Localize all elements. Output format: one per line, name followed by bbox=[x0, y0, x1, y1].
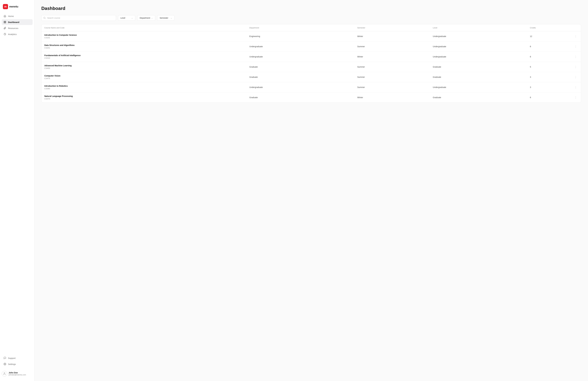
col-header-credits: Credits bbox=[527, 24, 565, 31]
course-code-3: CS450 bbox=[44, 67, 244, 69]
course-name-3: Advanced Machine Learning bbox=[44, 64, 244, 67]
course-code-1: CS201 bbox=[44, 47, 244, 49]
course-name-2: Fundamentals of Artificial Intelligence bbox=[44, 54, 244, 57]
cell-credits-2: 6 bbox=[527, 52, 565, 62]
cell-department-4: Graduate bbox=[247, 72, 355, 82]
col-header-actions bbox=[565, 24, 581, 31]
cell-level-0: Undergraduate bbox=[430, 31, 527, 41]
course-code-2: CS310 bbox=[44, 57, 244, 59]
cell-actions-4: ⋮ bbox=[565, 72, 581, 82]
department-dropdown[interactable]: Department ⌄ bbox=[137, 15, 155, 21]
cell-level-3: Graduate bbox=[430, 62, 527, 72]
user-area: John Doe johndoe@menntu.com bbox=[0, 369, 34, 378]
level-dropdown-label: Level bbox=[121, 17, 125, 19]
cell-credits-4: 3 bbox=[527, 72, 565, 82]
cell-actions-3: ⋮ bbox=[565, 62, 581, 72]
course-name-4: Computer Vision bbox=[44, 75, 244, 77]
table-row: Natural Language Processing CS470 Gradua… bbox=[42, 92, 581, 103]
logo-area: m menntu bbox=[0, 3, 34, 13]
analytics-icon bbox=[3, 33, 6, 36]
courses-table: Course Name and Code Department Semester… bbox=[42, 24, 581, 102]
sidebar-item-settings-label: Settings bbox=[8, 363, 16, 365]
sidebar-item-settings[interactable]: Settings bbox=[2, 361, 33, 367]
nav-section: Home Dashboard Resources bbox=[0, 13, 34, 355]
sidebar-item-resources-label: Resources bbox=[8, 27, 18, 29]
table-row: Introduction to Robotics CS360 Undergrad… bbox=[42, 82, 581, 92]
cell-course-0: Introduction to Computer Science CS101 bbox=[42, 31, 247, 41]
more-options-button-1[interactable]: ⋮ bbox=[573, 45, 578, 48]
more-options-button-4[interactable]: ⋮ bbox=[573, 75, 578, 79]
cell-level-1: Undergraduate bbox=[430, 41, 527, 52]
course-code-4: CS475 bbox=[44, 77, 244, 80]
cell-department-0: Engineering bbox=[247, 31, 355, 41]
svg-rect-2 bbox=[4, 22, 5, 23]
col-header-department: Department bbox=[247, 24, 355, 31]
course-code-0: CS101 bbox=[44, 37, 244, 39]
home-icon bbox=[3, 15, 6, 18]
sidebar-item-resources[interactable]: Resources bbox=[2, 25, 33, 31]
sidebar-item-analytics-label: Analytics bbox=[8, 33, 17, 36]
department-dropdown-arrow: ⌄ bbox=[151, 17, 153, 19]
cell-credits-5: 3 bbox=[527, 82, 565, 92]
sidebar-item-dashboard[interactable]: Dashboard bbox=[2, 19, 33, 25]
more-options-button-0[interactable]: ⋮ bbox=[573, 34, 578, 38]
cell-course-2: Fundamentals of Artificial Intelligence … bbox=[42, 52, 247, 62]
sidebar-item-support[interactable]: Support bbox=[2, 355, 33, 361]
cell-semester-6: Winter bbox=[355, 92, 430, 103]
settings-icon bbox=[3, 363, 6, 365]
cell-credits-0: 12 bbox=[527, 31, 565, 41]
more-options-button-2[interactable]: ⋮ bbox=[573, 55, 578, 59]
cell-level-4: Graduate bbox=[430, 72, 527, 82]
semester-dropdown-label: Semester bbox=[160, 17, 168, 19]
col-header-semester: Semester bbox=[355, 24, 430, 31]
course-name-5: Introduction to Robotics bbox=[44, 85, 244, 87]
cell-department-6: Graduate bbox=[247, 92, 355, 103]
col-header-course: Course Name and Code bbox=[42, 24, 247, 31]
filters-row: Level ⌄ Department ⌄ Semester ⌄ bbox=[41, 15, 581, 21]
cell-semester-1: Summer bbox=[355, 41, 430, 52]
more-options-button-6[interactable]: ⋮ bbox=[573, 96, 578, 99]
logo-icon: m bbox=[3, 4, 8, 9]
sidebar-item-dashboard-label: Dashboard bbox=[8, 21, 19, 23]
cell-credits-1: 6 bbox=[527, 41, 565, 52]
svg-rect-3 bbox=[5, 22, 6, 23]
level-dropdown-arrow: ⌄ bbox=[131, 17, 133, 19]
svg-line-8 bbox=[45, 18, 45, 19]
col-header-level: Level bbox=[430, 24, 527, 31]
search-icon bbox=[43, 17, 46, 19]
sidebar-item-analytics[interactable]: Analytics bbox=[2, 31, 33, 37]
cell-semester-2: Winter bbox=[355, 52, 430, 62]
cell-level-2: Undergraduate bbox=[430, 52, 527, 62]
dashboard-icon bbox=[3, 21, 6, 23]
cell-semester-5: Summer bbox=[355, 82, 430, 92]
more-options-button-3[interactable]: ⋮ bbox=[573, 65, 578, 69]
cell-actions-5: ⋮ bbox=[565, 82, 581, 92]
svg-rect-0 bbox=[4, 21, 5, 22]
search-input[interactable] bbox=[41, 15, 116, 21]
course-name-6: Natural Language Processing bbox=[44, 95, 244, 97]
course-code-6: CS470 bbox=[44, 98, 244, 100]
resources-icon bbox=[3, 27, 6, 30]
support-icon bbox=[3, 357, 6, 360]
table-row: Advanced Machine Learning CS450 Graduate… bbox=[42, 62, 581, 72]
table-row: Introduction to Computer Science CS101 E… bbox=[42, 31, 581, 41]
level-dropdown[interactable]: Level ⌄ bbox=[118, 15, 135, 21]
cell-course-4: Computer Vision CS475 bbox=[42, 72, 247, 82]
course-code-5: CS360 bbox=[44, 88, 244, 90]
cell-credits-3: 5 bbox=[527, 62, 565, 72]
user-info: John Doe johndoe@menntu.com bbox=[9, 372, 26, 376]
sidebar: m menntu Home Dashboa bbox=[0, 0, 34, 381]
cell-course-6: Natural Language Processing CS470 bbox=[42, 92, 247, 103]
cell-semester-0: Winter bbox=[355, 31, 430, 41]
table-row: Fundamentals of Artificial Intelligence … bbox=[42, 52, 581, 62]
course-name-1: Data Structures and Algorithms bbox=[44, 44, 244, 46]
cell-actions-2: ⋮ bbox=[565, 52, 581, 62]
sidebar-item-home[interactable]: Home bbox=[2, 13, 33, 19]
more-options-button-5[interactable]: ⋮ bbox=[573, 85, 578, 89]
sidebar-item-support-label: Support bbox=[8, 357, 16, 359]
cell-course-3: Advanced Machine Learning CS450 bbox=[42, 62, 247, 72]
course-name-0: Introduction to Computer Science bbox=[44, 34, 244, 36]
main-content: Dashboard Level ⌄ Department ⌄ Semester … bbox=[34, 0, 588, 381]
semester-dropdown[interactable]: Semester ⌄ bbox=[157, 15, 174, 21]
cell-semester-3: Summer bbox=[355, 62, 430, 72]
